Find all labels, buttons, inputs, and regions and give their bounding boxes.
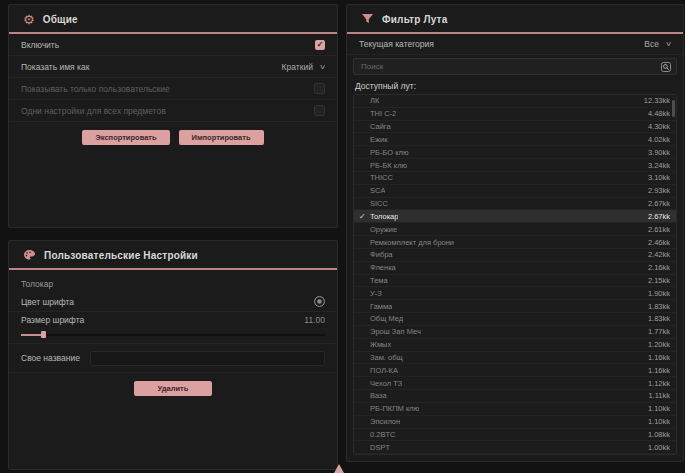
loot-item-value: 4.48kk — [648, 109, 670, 118]
loot-list-item[interactable]: SCA 2.93kk — [354, 185, 676, 198]
loot-item-name: ТНІ С-2 — [370, 109, 396, 118]
loot-item-left: ТНІ С-2 — [359, 109, 396, 118]
loot-item-value: 1.00kk — [648, 443, 670, 452]
loot-list-item[interactable]: Гамма 1.83kk — [354, 300, 676, 313]
loot-item-name: Ежик — [370, 135, 388, 144]
loot-item-left: ✓ Толокар — [359, 212, 398, 221]
scrollbar-thumb[interactable] — [672, 100, 675, 117]
loot-list-item[interactable]: Ежик 4.02kk — [354, 133, 676, 146]
loot-list-item[interactable]: У-З 1.90kk — [354, 287, 676, 300]
same-settings-checkbox[interactable] — [314, 105, 325, 116]
loot-item-name: Фибра — [370, 250, 393, 259]
delete-button[interactable]: Удалить — [134, 381, 213, 396]
show-custom-only-checkbox[interactable] — [314, 83, 325, 94]
general-panel-title: Общие — [43, 14, 78, 25]
font-color-row: Цвет шрифта — [9, 292, 337, 312]
display-name-label: Показать имя как — [21, 62, 89, 72]
loot-item-value: 1.12kk — [648, 379, 670, 388]
loot-list-item[interactable]: Ваза 1.11kk — [354, 390, 676, 403]
loot-list-item[interactable]: Ремкомплект для брони 2.46kk — [354, 236, 676, 249]
export-button[interactable]: Экспортировать — [82, 130, 169, 145]
loot-list: ЛК 12.33kk ТНІ С-2 4.48kk Сайга 4.30kk — [353, 94, 677, 455]
category-select[interactable]: Все ∨ — [644, 39, 671, 49]
custom-name-input[interactable] — [90, 351, 325, 366]
loot-list-item[interactable]: Эпсилон 1.10kk — [354, 416, 676, 429]
loot-item-name: Зам. общ — [370, 353, 403, 362]
display-name-select[interactable]: Краткий ∨ — [282, 62, 325, 72]
loot-list-item[interactable]: Сайга 4.30kk — [354, 121, 676, 134]
loot-item-left: Гамма — [359, 302, 392, 311]
slider-fill — [21, 334, 43, 336]
import-button[interactable]: Импортировать — [179, 130, 264, 145]
color-wheel-icon[interactable] — [314, 296, 325, 307]
loot-item-left: Ремкомплект для брони — [359, 238, 454, 247]
loot-item-name: Толокар — [370, 212, 398, 221]
category-value: Все — [644, 39, 659, 49]
loot-list-item[interactable]: ПОЛ-КА 1.16kk — [354, 364, 676, 377]
loot-item-name: Ремкомплект для брони — [370, 238, 454, 247]
loot-item-name: Ваза — [370, 391, 387, 400]
loot-item-value: 1.20kk — [648, 340, 670, 349]
loot-list-item[interactable]: Чехол ТЗ 1.12kk — [354, 377, 676, 390]
loot-item-value: 1.10kk — [648, 417, 670, 426]
loot-item-name: Оружие — [370, 225, 397, 234]
show-custom-only-row: Показывать только пользовательские — [9, 78, 337, 100]
loot-item-name: Жмых — [370, 340, 391, 349]
slider-thumb[interactable] — [41, 331, 46, 338]
loot-list-item[interactable]: Фибра 2.42kk — [354, 249, 676, 262]
loot-list-item[interactable]: Эрош Зап Меч 1.77kk — [354, 326, 676, 339]
loot-item-name: ТНІСС — [370, 173, 393, 182]
loot-list-item[interactable]: Зам. общ 1.16kk — [354, 352, 676, 365]
enable-label: Включить — [21, 40, 59, 50]
loot-filter-panel: Фильтр Лута Текущая категория Все ∨ Дост… — [346, 4, 684, 462]
loot-list-item[interactable]: Оружие 2.61kk — [354, 223, 676, 236]
funnel-icon — [361, 13, 374, 25]
font-size-slider[interactable] — [21, 331, 325, 338]
loot-list-item[interactable]: Тема 2.15kk — [354, 275, 676, 288]
category-label: Текущая категория — [359, 39, 434, 49]
cursor-pointer-icon — [334, 464, 344, 473]
loot-list-item[interactable]: Общ Мед 1.83kk — [354, 313, 676, 326]
loot-list-item[interactable]: РБ-ПКПМ клю 1.10kk — [354, 403, 676, 416]
user-settings-header: Пользовательские Настройки — [9, 241, 337, 268]
loot-item-left: Сайга — [359, 122, 391, 131]
loot-list-item[interactable]: Жмых 1.20kk — [354, 339, 676, 352]
same-settings-row: Одни настройки для всех предметов — [9, 100, 337, 122]
loot-list-item[interactable]: DSPT 1.00kk — [354, 441, 676, 454]
enable-checkbox[interactable]: ✓ — [315, 40, 325, 50]
delete-row: Удалить — [9, 381, 337, 396]
loot-item-left: Общ Мед — [359, 314, 403, 323]
loot-list-item[interactable]: ТНІСС 3.10kk — [354, 172, 676, 185]
loot-list-item[interactable]: ЛК 12.33kk — [354, 95, 676, 108]
loot-list-item[interactable]: 0.2BTC 1.08kk — [354, 429, 676, 442]
show-custom-only-label: Показывать только пользовательские — [21, 84, 170, 94]
loot-item-left: Тема — [359, 276, 388, 285]
search-box[interactable] — [353, 58, 677, 75]
loot-item-left: ПОЛ-КА — [359, 366, 398, 375]
loot-list-item[interactable]: РБ-БО клю 3.90kk — [354, 146, 676, 159]
loot-list-item[interactable]: ТНІ С-2 4.48kk — [354, 108, 676, 121]
loot-item-name: Фленка — [370, 263, 396, 272]
same-settings-label: Одни настройки для всех предметов — [21, 106, 166, 116]
enable-row: Включить ✓ — [9, 34, 337, 56]
loot-item-value: 3.24kk — [648, 161, 670, 170]
general-panel-header: ⚙ Общие — [9, 5, 337, 32]
loot-list-item[interactable]: Фленка 2.16kk — [354, 262, 676, 275]
loot-item-value: 1.08kk — [648, 430, 670, 439]
loot-item-name: Эпсилон — [370, 417, 400, 426]
custom-name-label: Свое название — [21, 353, 80, 363]
loot-list-item[interactable]: SІСС 2.67kk — [354, 198, 676, 211]
chevron-down-icon: ∨ — [319, 63, 326, 71]
loot-item-left: Чехол ТЗ — [359, 379, 402, 388]
loot-item-left: Зам. общ — [359, 353, 403, 362]
loot-item-value: 2.67kk — [648, 199, 670, 208]
loot-item-name: РБ-БК клю — [370, 161, 407, 170]
loot-list-item[interactable]: ✓ Толокар 2.67kk — [354, 210, 676, 223]
loot-item-value: 1.10kk — [648, 404, 670, 413]
loot-list-item[interactable]: РБ-БК клю 3.24kk — [354, 159, 676, 172]
loot-item-left: Ежик — [359, 135, 388, 144]
search-input[interactable] — [359, 61, 657, 72]
gear-icon: ⚙ — [23, 13, 35, 26]
loot-item-left: Эрош Зап Меч — [359, 327, 421, 336]
divider — [9, 372, 337, 373]
